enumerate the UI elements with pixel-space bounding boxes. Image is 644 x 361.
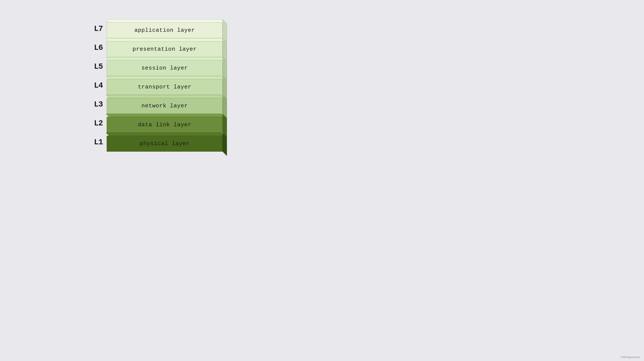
layer-row-3: L3network layer [86, 95, 227, 114]
block-right-1 [222, 133, 227, 156]
layer-row-4: L4transport layer [86, 76, 227, 95]
layer-label-3: L3 [86, 100, 103, 109]
block-text-6: presentation layer [133, 46, 197, 52]
block-text-3: network layer [142, 103, 188, 109]
block-wrapper-3: network layer [107, 95, 227, 114]
block-wrapper-5: session layer [107, 57, 227, 76]
block-wrapper-1: physical layer [107, 133, 227, 152]
block-wrapper-4: transport layer [107, 76, 227, 95]
block-front-3: network layer [107, 98, 222, 114]
block-text-5: session layer [142, 65, 188, 71]
block-front-5: session layer [107, 60, 222, 76]
layer-row-5: L5session layer [86, 57, 227, 76]
layer-label-7: L7 [86, 25, 103, 33]
layer-label-1: L1 [86, 138, 103, 147]
osi-diagram: L7application layerL6presentation layerL… [86, 19, 227, 152]
block-text-4: transport layer [138, 84, 191, 90]
block-front-4: transport layer [107, 79, 222, 95]
layer-row-2: L2data link layer [86, 114, 227, 133]
block-front-2: data link layer [107, 117, 222, 133]
layer-label-2: L2 [86, 119, 103, 128]
layer-row-1: L1physical layer [86, 133, 227, 152]
layer-label-4: L4 [86, 81, 103, 90]
block-wrapper-6: presentation layer [107, 38, 227, 57]
block-front-6: presentation layer [107, 41, 222, 57]
block-wrapper-2: data link layer [107, 114, 227, 133]
layer-label-6: L6 [86, 43, 103, 52]
block-front-7: application layer [107, 22, 222, 38]
block-text-1: physical layer [140, 140, 190, 147]
block-text-2: data link layer [138, 122, 191, 128]
block-text-7: application layer [134, 27, 195, 34]
layer-row-6: L6presentation layer [86, 38, 227, 57]
layer-row-7: L7application layer [86, 19, 227, 38]
block-front-1: physical layer [107, 136, 222, 152]
layer-label-5: L5 [86, 62, 103, 71]
block-wrapper-7: application layer [107, 19, 227, 38]
